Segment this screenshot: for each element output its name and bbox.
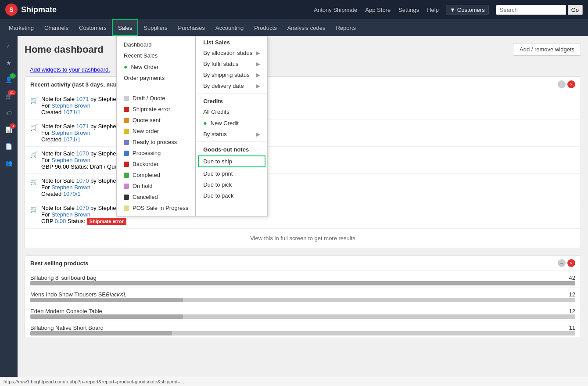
search-button[interactable]: Go [568, 5, 583, 15]
by-allocation-status[interactable]: By allocation status ▶ [196, 47, 267, 58]
sale-link[interactable]: 1071 [76, 123, 89, 130]
due-to-pick[interactable]: Due to pick [196, 179, 267, 190]
customer-link[interactable]: Stephen Brown [51, 130, 90, 136]
order-link[interactable]: 1071/1 [63, 109, 81, 115]
product-name: Mens Indo Snow Trousers SEBlackXL [30, 291, 127, 298]
status-dot [124, 151, 129, 156]
widget-controls: – × [558, 80, 575, 88]
sidebar-home-icon[interactable]: ⌂ [1, 40, 16, 53]
nav-customers[interactable]: Customers [74, 19, 112, 36]
logo[interactable]: S Shipmate [5, 4, 57, 16]
status-quote-sent[interactable]: Quote sent [117, 115, 195, 126]
nav-accounting[interactable]: Accounting [210, 19, 249, 36]
nav-products[interactable]: Products [249, 19, 282, 36]
due-to-print[interactable]: Due to print [196, 168, 267, 179]
status-shipmate-error[interactable]: Shipmate error [117, 104, 195, 115]
dropdown-recent-sales[interactable]: Recent Sales [117, 50, 195, 61]
sidebar-cart-icon[interactable]: 🛒41 [1, 90, 16, 103]
sidebar-person-icon[interactable]: 👤1 [1, 73, 16, 86]
product-bar [30, 298, 575, 302]
nav-channels[interactable]: Channels [39, 19, 74, 36]
widget-close-button[interactable]: × [567, 80, 575, 88]
appstore-link[interactable]: App Store [365, 7, 391, 13]
nav-analysis-codes[interactable]: Analysis codes [282, 19, 331, 36]
order-link[interactable]: 1071/1 [63, 136, 81, 143]
dropdown-order-payments[interactable]: Order payments [117, 72, 195, 83]
customer-link[interactable]: Stephen Brown [51, 211, 90, 218]
help-link[interactable]: Help [427, 7, 439, 13]
nav-sales[interactable]: Sales [112, 19, 139, 36]
sale-link[interactable]: 1070 [76, 177, 89, 184]
cart-badge: 41 [8, 90, 16, 95]
activity-status: GBP 0.00 Status: Shipmate error [41, 218, 575, 225]
nav-reports[interactable]: Reports [330, 19, 361, 36]
cart-icon: 🛒 [30, 151, 38, 158]
add-widgets-button[interactable]: Add / remove widgets [513, 43, 581, 56]
cart-icon: 🛒 [30, 97, 38, 104]
sale-link[interactable]: 1070 [76, 205, 89, 211]
by-fulfil-status[interactable]: By fulfil status ▶ [196, 58, 267, 69]
arrow-icon: ▶ [256, 72, 260, 78]
status-processing[interactable]: Processing [117, 148, 195, 159]
dropdown-divider [196, 93, 267, 94]
sidebar-people-icon[interactable]: 👥 [1, 156, 16, 170]
customer-link[interactable]: Stephen Brown [51, 102, 90, 109]
content-area: ⌂ ★ 👤1 🛒41 🏷 📊9 📄 👥 Home dashboard Add /… [0, 36, 588, 386]
sidebar-star-icon[interactable]: ★ [1, 56, 16, 69]
nav-purchases[interactable]: Purchases [173, 19, 210, 36]
status-dot [124, 173, 129, 178]
nav-suppliers[interactable]: Suppliers [138, 19, 172, 36]
status-completed[interactable]: Completed [117, 170, 195, 180]
nav-marketing[interactable]: Marketing [4, 19, 39, 36]
all-credits[interactable]: All Credits [196, 106, 267, 117]
by-delivery-date[interactable]: By delivery date ▶ [196, 80, 267, 91]
widget-minimize-button[interactable]: – [558, 80, 566, 88]
status-dot [124, 118, 129, 123]
due-to-ship[interactable]: Due to ship [198, 155, 265, 167]
status-pos-sale[interactable]: POS Sale In Progress [117, 202, 195, 213]
search-input[interactable] [496, 5, 566, 15]
by-status[interactable]: By status ▶ [196, 129, 267, 140]
sale-link[interactable]: 1070 [76, 150, 89, 157]
fullscreen-message: View this in full screen to get more res… [25, 229, 581, 248]
product-count: 42 [565, 274, 575, 281]
add-widgets-link[interactable]: Add widgets to your dashboard. [30, 66, 110, 73]
customer-link[interactable]: Stephen Brown [51, 184, 90, 191]
status-ready-to-process[interactable]: Ready to process [117, 137, 195, 148]
product-bar [30, 331, 575, 335]
product-row: Billabong Native Short Board 11 [25, 321, 581, 338]
settings-link[interactable]: Settings [398, 7, 419, 13]
customers-dropdown[interactable]: ▼ Customers [446, 5, 489, 15]
sale-link[interactable]: 1071 [76, 96, 89, 102]
status-cancelled[interactable]: Cancelled [117, 191, 195, 202]
due-to-pack[interactable]: Due to pack [196, 190, 267, 201]
status-on-hold[interactable]: On hold [117, 180, 195, 191]
goods-out-header: Goods-out notes [196, 144, 267, 155]
main-nav: Marketing Channels Customers Sales Suppl… [0, 19, 588, 36]
app-name: Shipmate [21, 5, 57, 14]
product-name: Billabong 8' surfboard bag [30, 274, 97, 281]
logo-icon: S [5, 4, 18, 16]
customer-link[interactable]: Stephen Brown [51, 157, 90, 163]
order-link[interactable]: 1070/1 [63, 191, 81, 197]
dropdown-new-order[interactable]: ● New Order [117, 61, 195, 72]
widget-title: Best selling products [30, 260, 88, 267]
status-new-order[interactable]: New order [117, 126, 195, 137]
sidebar-tag-icon[interactable]: 🏷 [1, 106, 16, 119]
sidebar-doc-icon[interactable]: 📄 [1, 140, 16, 153]
recent-activity-widget: Recent activity (last 3 days, max 25 res… [25, 76, 581, 248]
status-dot [124, 195, 129, 200]
dropdown-dashboard[interactable]: Dashboard [117, 39, 195, 50]
cart-icon: 🛒 [30, 206, 38, 213]
dropdown-section: Dashboard Recent Sales ● New Order Order… [117, 36, 195, 86]
sidebar-chart-icon[interactable]: 📊9 [1, 123, 16, 136]
widget-close-button[interactable]: × [567, 259, 575, 267]
status-draft-quote[interactable]: Draft / Quote [117, 93, 195, 104]
status-dot [124, 129, 129, 134]
product-count: 11 [565, 325, 575, 331]
widget-minimize-button[interactable]: – [558, 259, 566, 267]
status-backorder[interactable]: Backorder [117, 159, 195, 170]
new-credit[interactable]: ● New Credit [196, 117, 267, 129]
user-name[interactable]: Antony Shipmate [314, 7, 357, 13]
by-shipping-status[interactable]: By shipping status ▶ [196, 69, 267, 80]
